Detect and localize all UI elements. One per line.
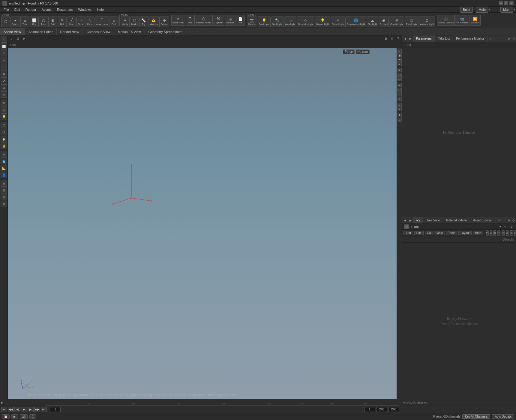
view-tool[interactable]: 👁 — [1, 100, 7, 106]
tool-null[interactable]: ✕Null — [58, 16, 67, 27]
net-view-icon-5[interactable]: ◎ — [502, 230, 505, 236]
tab-composite-view[interactable]: Composite View — [83, 28, 114, 35]
snap-tool[interactable]: ⊡ — [1, 122, 7, 128]
tool-vr-camera[interactable]: 📹VR Camera — [455, 15, 469, 26]
tab-performance[interactable]: Performance Monitor — [453, 35, 487, 42]
minimize-button[interactable]: ─ — [499, 1, 503, 5]
scene-tab-add[interactable]: + — [186, 29, 193, 34]
skip-start-btn[interactable]: ⏮ — [1, 407, 7, 412]
panel-options-icon[interactable]: ⚙ — [506, 37, 511, 40]
menu-assets[interactable]: Assets — [39, 7, 54, 12]
rotate-tool[interactable]: ↻ — [1, 70, 7, 77]
key-all-channels-button[interactable]: Key All Channels — [462, 414, 490, 419]
tool-sphere[interactable]: ●Sphere — [10, 16, 20, 27]
vrt-nrm-icon[interactable]: ↑ — [398, 97, 402, 101]
menu-edit[interactable]: Edit — [12, 7, 22, 12]
tool-modify[interactable]: ✏Modify — [121, 16, 130, 27]
vrt-obj-icon[interactable]: ◎ — [398, 77, 402, 81]
playback-options-btn[interactable]: ▶ — [11, 414, 18, 419]
render-btn[interactable]: ⬡ — [29, 414, 36, 419]
transform-tool[interactable]: ⊕ — [1, 84, 7, 91]
tool-gi-light[interactable]: ◉GI Light — [379, 16, 389, 27]
next-key-btn[interactable]: ▶▶ — [34, 407, 40, 412]
tool-path[interactable]: ⌀Path — [110, 16, 118, 27]
light-tool[interactable]: 💡 — [1, 113, 7, 120]
end-frame-input-2[interactable] — [388, 407, 399, 412]
pose2-tool[interactable]: ✌ — [1, 142, 7, 149]
crowd-tool[interactable]: 👤 — [1, 172, 7, 178]
prev-frame-btn[interactable]: ◀ — [14, 407, 20, 412]
tab-geo-spreadsheet[interactable]: Geometry Spreadsheet — [145, 28, 187, 35]
particle-tool[interactable]: ✦ — [1, 151, 7, 158]
skip-end-btn[interactable]: ⏭ — [41, 407, 47, 412]
viewport-snap-icon[interactable]: ⊕ — [21, 36, 26, 41]
menu-windows[interactable]: Windows — [76, 7, 94, 12]
tool-portal-light[interactable]: □Portal Light — [405, 16, 418, 27]
tool-spot-light[interactable]: 🔦Spot Light — [271, 16, 284, 27]
vrt-info-icon[interactable]: ℹ — [398, 113, 402, 117]
cam-badge[interactable]: No cam — [356, 50, 370, 54]
net-view-icon-8[interactable]: ▷ — [514, 230, 516, 236]
next-frame-btn[interactable]: ▶ — [28, 407, 34, 412]
tab-animation-editor[interactable]: Animation Editor — [25, 28, 57, 35]
viewport[interactable]: Persp No cam Y X Z Left mouse tumbles. M… — [8, 48, 397, 399]
tab-parameters[interactable]: Parameters — [413, 35, 435, 42]
menu-resources[interactable]: Resources — [55, 7, 75, 12]
panel-float-icon[interactable]: ⬡ — [511, 37, 516, 40]
viewport-help-icon[interactable]: ? — [395, 36, 401, 41]
close-button[interactable]: ✕ — [509, 1, 514, 5]
viewport-home-icon[interactable]: ⌂ — [9, 36, 14, 41]
maximize-button[interactable]: □ — [504, 1, 508, 5]
tool-muscles[interactable]: 💪Muscles — [148, 16, 159, 27]
step-input[interactable] — [364, 407, 375, 412]
tab-asset-browser[interactable]: Asset Browser — [470, 217, 496, 224]
desktop-dropdown[interactable]: Main — [476, 7, 488, 13]
prev-key-btn[interactable]: ◀◀ — [8, 407, 14, 412]
tool-sky-light[interactable]: ☁Sky Light — [367, 16, 378, 27]
vrt-bg-icon[interactable]: ▢ — [398, 73, 402, 77]
viewport-frame-icon[interactable]: ⊡ — [15, 36, 20, 41]
net-add-btn[interactable]: Add — [404, 231, 413, 235]
tool-tube[interactable]: ⌀Tube — [20, 16, 29, 27]
vrt-shading-icon[interactable]: ◑ — [398, 83, 402, 87]
tool-lsystem[interactable]: ⌘L-System — [212, 15, 224, 26]
handle-tool[interactable]: ⬡ — [1, 129, 7, 135]
tool-platonic[interactable]: ⬡Platonic Solids — [195, 15, 212, 26]
persp-badge[interactable]: Persp — [343, 50, 354, 54]
net-edit-btn[interactable]: Edit — [414, 231, 424, 235]
tool-stereo-camera[interactable]: 🎥Stereo Camera — [437, 15, 455, 26]
tool-camera[interactable]: 📷Camera — [247, 16, 257, 27]
viewport-layout-icon[interactable]: ⊞ — [383, 36, 389, 41]
vrt-wire-icon[interactable]: ⬡ — [398, 88, 402, 92]
fluid-tool[interactable]: 💧 — [1, 158, 7, 164]
global-anim-btn[interactable]: ⏰ — [2, 414, 10, 419]
net-view-icon-3[interactable]: ⊞ — [493, 230, 496, 236]
net-panel-settings-icon[interactable]: ⚙ — [506, 219, 511, 222]
tool-switcher[interactable]: 🔀Switcher — [470, 15, 481, 26]
tool-metaball[interactable]: ◎Metaball — [225, 15, 236, 26]
audio-btn[interactable]: 🔊 — [20, 414, 28, 419]
tab-render-view[interactable]: Render View — [57, 28, 83, 35]
viewport-settings-icon[interactable]: ⚙ — [389, 36, 395, 41]
select-tool[interactable]: ↖ — [1, 36, 7, 43]
net-view-icon-2[interactable]: ≡ — [490, 230, 492, 236]
menu-file[interactable]: File — [1, 7, 11, 12]
net-view-btn[interactable]: View — [434, 231, 445, 235]
lasso-tool[interactable]: ∿ — [1, 50, 7, 56]
tool-caustic-light[interactable]: ◎Caustic Light — [389, 16, 404, 27]
auto-update-button[interactable]: Auto Update — [492, 414, 514, 419]
second-desktop-dropdown[interactable]: Main — [500, 7, 513, 13]
brush-tool[interactable]: ⌀ — [1, 57, 7, 63]
network-path-options[interactable]: ▾ — [500, 225, 501, 228]
tool-torus[interactable]: ◎Torus — [39, 16, 48, 27]
timeline[interactable]: ▶ 0 25 50 75 100 125 144 168 192 0 keys,… — [0, 399, 516, 406]
tab-take-list[interactable]: Take List — [435, 35, 453, 42]
shelf-tool-4[interactable]: ⊠ — [1, 201, 7, 207]
tool-distant-light[interactable]: ☀Distant Light — [331, 16, 346, 27]
vrt-help-icon[interactable]: ? — [398, 118, 402, 122]
menu-help[interactable]: Help — [94, 7, 106, 12]
select-box-tool[interactable]: ⬜ — [1, 43, 7, 50]
net-view-icon-1[interactable]: ⊡ — [486, 230, 489, 236]
tool-geometry[interactable]: ⬡ — [1, 16, 10, 27]
tab-motion-fx[interactable]: Motion FX View — [114, 28, 145, 35]
